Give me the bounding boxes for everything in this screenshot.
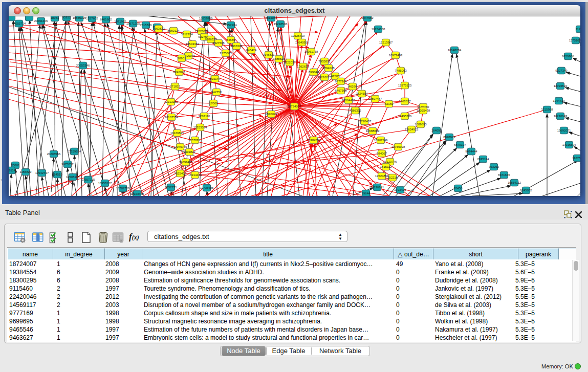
svg-text:6461602: 6461602 (100, 18, 112, 21)
svg-text:18724007: 18724007 (288, 105, 301, 108)
svg-text:9227349: 9227349 (555, 69, 568, 72)
svg-text:3215958: 3215958 (541, 108, 553, 111)
svg-text:12923466: 12923466 (130, 192, 144, 195)
svg-text:10958127: 10958127 (98, 182, 112, 185)
svg-text:14099485: 14099485 (179, 161, 193, 164)
svg-text:1071915: 1071915 (114, 20, 126, 23)
svg-text:3175685: 3175685 (220, 52, 232, 55)
svg-text:8471676: 8471676 (498, 173, 510, 177)
svg-text:20053346: 20053346 (76, 64, 90, 67)
svg-text:16107554: 16107554 (165, 116, 179, 119)
svg-text:15692071: 15692071 (557, 129, 571, 132)
svg-text:17957225: 17957225 (81, 178, 95, 181)
svg-text:12975125: 12975125 (398, 84, 412, 87)
svg-text:7515526: 7515526 (140, 24, 152, 27)
svg-text:12720407: 12720407 (358, 120, 372, 123)
svg-text:39114: 39114 (9, 169, 16, 172)
svg-text:17008: 17008 (209, 102, 218, 105)
svg-text:2047682: 2047682 (361, 16, 374, 19)
svg-text:16210643: 16210643 (554, 115, 568, 118)
svg-text:19644: 19644 (362, 192, 371, 195)
svg-text:899044: 899044 (309, 71, 319, 74)
svg-text:12942737: 12942737 (35, 171, 49, 174)
svg-text:252214: 252214 (387, 176, 398, 179)
svg-text:12654923: 12654923 (405, 128, 419, 131)
svg-text:16961758: 16961758 (304, 50, 318, 53)
svg-text:17016504: 17016504 (562, 143, 576, 146)
svg-text:3267110: 3267110 (199, 115, 211, 118)
svg-text:16033809: 16033809 (199, 17, 213, 20)
svg-text:95352: 95352 (62, 16, 71, 19)
svg-text:1588520: 1588520 (273, 57, 285, 60)
svg-text:16154808: 16154808 (372, 28, 385, 31)
svg-text:10756928: 10756928 (391, 145, 405, 148)
svg-text:10688609: 10688609 (366, 129, 380, 133)
svg-text:15751074: 15751074 (569, 39, 580, 42)
svg-text:17359924: 17359924 (68, 150, 81, 153)
svg-text:11215: 11215 (576, 28, 580, 31)
svg-text:9794028: 9794028 (322, 67, 335, 70)
svg-text:7485063: 7485063 (395, 69, 407, 72)
svg-text:7386372: 7386372 (349, 109, 361, 112)
svg-text:3824554: 3824554 (356, 92, 368, 95)
svg-text:942753: 942753 (211, 91, 222, 94)
svg-text:10807487: 10807487 (368, 97, 382, 100)
svg-text:9975857: 9975857 (61, 163, 74, 166)
svg-text:7357224: 7357224 (225, 24, 237, 27)
svg-text:62160: 62160 (385, 102, 394, 105)
svg-text:9857771: 9857771 (165, 186, 177, 189)
svg-text:1244419: 1244419 (553, 99, 565, 102)
svg-text:357832: 357832 (190, 139, 201, 142)
svg-text:9329906: 9329906 (562, 55, 574, 58)
svg-text:12213383: 12213383 (164, 100, 178, 103)
svg-text:54655: 54655 (227, 38, 235, 41)
svg-text:16648784: 16648784 (448, 49, 462, 52)
svg-text:12353594: 12353594 (193, 126, 207, 129)
svg-text:20364436: 20364436 (342, 99, 356, 102)
svg-text:18907249: 18907249 (374, 139, 388, 142)
svg-text:6879197: 6879197 (454, 143, 466, 146)
svg-text:43585: 43585 (331, 75, 340, 78)
svg-text:20206556: 20206556 (47, 152, 61, 156)
svg-text:16640910: 16640910 (295, 41, 309, 44)
svg-text:19218506: 19218506 (274, 23, 288, 26)
svg-text:8322037: 8322037 (284, 61, 296, 64)
svg-text:7663822: 7663822 (153, 27, 165, 30)
svg-text:5912954: 5912954 (181, 33, 193, 36)
svg-text:116753: 116753 (572, 157, 580, 160)
svg-text:1156829: 1156829 (20, 170, 32, 173)
svg-text:16210225: 16210225 (318, 76, 332, 79)
svg-text:9242848: 9242848 (173, 71, 185, 74)
svg-text:18061: 18061 (51, 16, 59, 19)
svg-text:14120746: 14120746 (383, 160, 397, 163)
svg-text:9146821: 9146821 (263, 53, 275, 56)
svg-text:1362635: 1362635 (297, 65, 309, 68)
svg-text:8938923: 8938923 (443, 136, 455, 139)
svg-text:164095: 164095 (431, 129, 442, 132)
svg-text:12093822: 12093822 (554, 84, 568, 87)
svg-text:8813054: 8813054 (265, 16, 277, 19)
svg-text:12213967: 12213967 (379, 41, 393, 44)
svg-text:10655326: 10655326 (73, 16, 86, 19)
svg-text:98901: 98901 (178, 57, 186, 60)
svg-text:114519: 114519 (52, 173, 62, 176)
svg-text:15384554: 15384554 (307, 139, 321, 142)
svg-text:17046766: 17046766 (173, 145, 187, 148)
svg-text:1089695: 1089695 (415, 123, 427, 126)
svg-text:7955812: 7955812 (318, 60, 331, 63)
svg-text:14055714: 14055714 (12, 22, 26, 25)
svg-text:763262: 763262 (489, 165, 499, 168)
svg-text:1815112: 1815112 (380, 165, 393, 168)
svg-text:3493822: 3493822 (183, 150, 195, 154)
svg-text:19166825: 19166825 (170, 132, 184, 135)
svg-text:803144: 803144 (210, 77, 221, 80)
svg-text:13524851: 13524851 (375, 174, 389, 178)
svg-text:16782759: 16782759 (116, 187, 130, 190)
svg-text:35001: 35001 (11, 164, 20, 167)
svg-text:19671355: 19671355 (126, 22, 140, 25)
svg-text:16543362: 16543362 (186, 42, 200, 46)
svg-text:13525419: 13525419 (291, 34, 305, 37)
svg-text:15495786: 15495786 (398, 115, 412, 118)
svg-text:14136141: 14136141 (371, 186, 384, 189)
svg-text:9777169: 9777169 (335, 80, 347, 83)
